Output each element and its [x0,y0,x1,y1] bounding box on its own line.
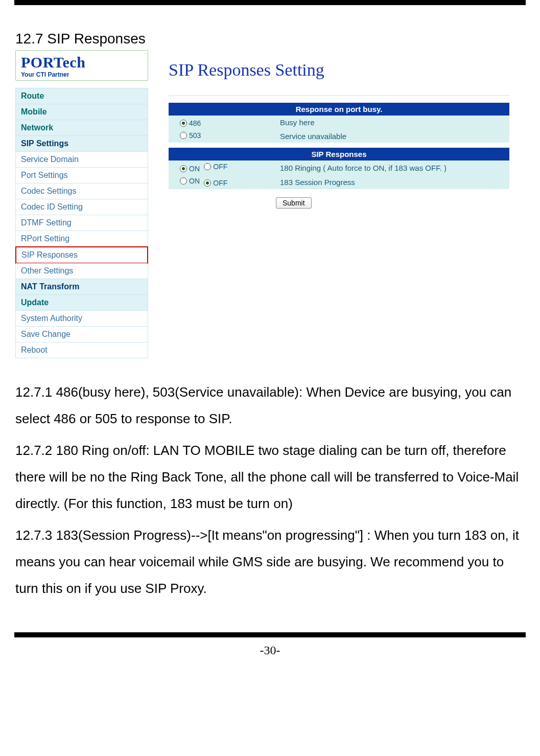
sidebar-item-dtmf-setting[interactable]: DTMF Setting [16,215,148,231]
brand-tagline: Your CTI Partner [21,71,143,78]
table-row: 503Service unavailable [169,129,509,143]
sidebar: PORTech Your CTI Partner RouteMobileNetw… [15,50,148,358]
sidebar-item-codec-settings[interactable]: Codec Settings [16,184,148,199]
radio-on[interactable]: ON [180,165,200,173]
divider [169,95,509,96]
radio-off[interactable]: OFF [204,163,227,171]
sidebar-item-service-domain[interactable]: Service Domain [16,152,148,168]
sidebar-item-route[interactable]: Route [16,88,148,104]
sidebar-item-other-settings[interactable]: Other Settings [16,263,148,279]
sidebar-item-network[interactable]: Network [16,120,148,136]
nav-menu: RouteMobileNetworkSIP SettingsService Do… [15,88,148,358]
radio-off[interactable]: OFF [204,179,227,187]
table-row: ON OFF180 Ringing ( Auto force to ON, if… [169,161,509,175]
radio-486[interactable]: 486 [180,119,201,127]
sidebar-item-nat-transform[interactable]: NAT Transform [16,279,148,295]
content-pane: SIP Responses Setting Response on port b… [169,50,540,358]
sidebar-item-sip-settings[interactable]: SIP Settings [16,136,148,152]
response-desc: 180 Ringing ( Auto force to ON, if 183 w… [276,161,509,175]
bottom-rule [14,632,526,637]
brand-name: PORTech [21,54,143,71]
doc-paragraph: 12.7.3 183(Session Progress)-->[It means… [15,522,520,602]
sidebar-item-reboot[interactable]: Reboot [16,342,148,358]
sidebar-item-codec-id-setting[interactable]: Codec ID Setting [16,199,148,215]
brand-logo: PORTech Your CTI Partner [15,50,148,81]
section-heading: 12.7 SIP Responses [15,31,540,47]
sidebar-item-rport-setting[interactable]: RPort Setting [16,231,148,247]
documentation-body: 12.7.1 486(busy here), 503(Service unava… [15,379,520,602]
page-title: SIP Responses Setting [169,60,509,80]
radio-on[interactable]: ON [180,177,200,185]
doc-paragraph: 12.7.1 486(busy here), 503(Service unava… [15,379,520,432]
response-desc: 183 Session Progress [276,175,509,189]
top-rule [14,0,526,5]
table-header: SIP Responses [169,148,509,161]
doc-paragraph: 12.7.2 180 Ring on/off: LAN TO MOBILE tw… [15,437,520,517]
sidebar-item-system-authority[interactable]: System Authority [16,311,148,327]
sidebar-item-mobile[interactable]: Mobile [16,104,148,120]
sidebar-item-port-settings[interactable]: Port Settings [16,168,148,184]
page-number: -30- [0,644,540,657]
response-desc: Busy here [276,116,509,129]
table-row: 486Busy here [169,116,509,129]
sidebar-item-save-change[interactable]: Save Change [16,327,148,342]
submit-button[interactable]: Submit [276,197,312,209]
sidebar-item-update[interactable]: Update [16,295,148,311]
radio-503[interactable]: 503 [180,131,201,140]
response-port-busy-table: Response on port busy. 486Busy here 503S… [169,103,509,143]
table-row: ON OFF183 Session Progress [169,175,509,189]
table-header: Response on port busy. [169,103,509,116]
response-desc: Service unavailable [276,129,509,143]
sidebar-item-sip-responses[interactable]: SIP Responses [15,246,148,264]
sip-responses-table: SIP Responses ON OFF180 Ringing ( Auto f… [169,148,509,189]
